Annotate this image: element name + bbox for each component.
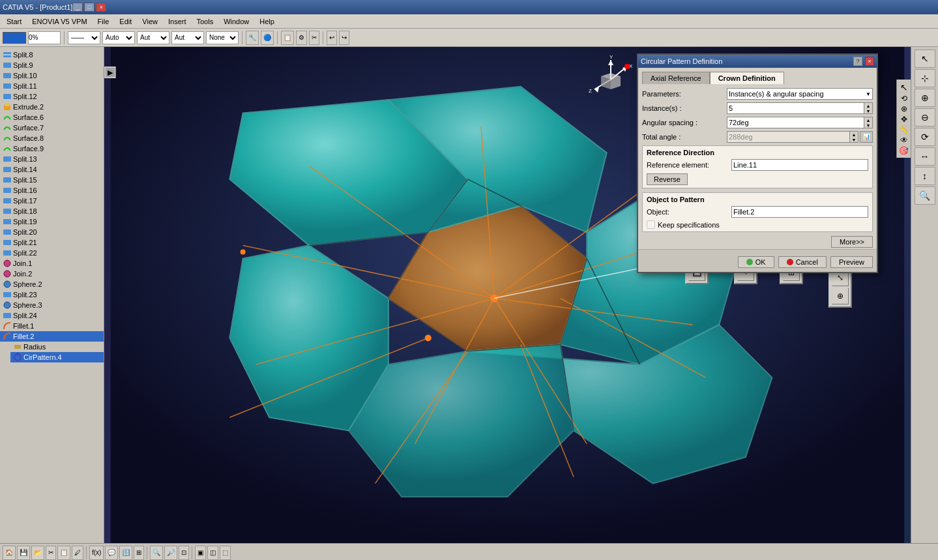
bottom-fit[interactable]: ⊡ bbox=[179, 546, 189, 560]
menu-start[interactable]: Start bbox=[1, 16, 27, 27]
tree-item-fillet1[interactable]: Fillet.1 bbox=[0, 321, 104, 331]
rtool-8[interactable]: 🔍 bbox=[915, 186, 935, 205]
tree-item-split15[interactable]: Split.15 bbox=[0, 175, 104, 185]
tree-item-split12[interactable]: Split.12 bbox=[0, 91, 104, 102]
cursor-tool[interactable]: ↖ bbox=[900, 82, 908, 93]
tab-axial-reference[interactable]: Axial Reference bbox=[642, 72, 710, 84]
3d-viewport[interactable]: X Y Z Bi... × 🔷 🔶 ⬜ 🔲 bbox=[104, 47, 911, 543]
keep-specs-checkbox[interactable] bbox=[647, 220, 655, 229]
toolbar-icon-undo[interactable]: ↩ bbox=[327, 31, 337, 45]
instances-spin-up[interactable]: ▲ bbox=[864, 103, 872, 108]
toolbar-icon-2[interactable]: 🔵 bbox=[261, 31, 274, 45]
auto-select-2[interactable]: Aut bbox=[137, 31, 169, 44]
close-button[interactable]: × bbox=[96, 3, 106, 12]
angular-spacing-spin-down[interactable]: ▼ bbox=[864, 123, 872, 128]
rtool-4[interactable]: ⊖ bbox=[915, 108, 935, 126]
minimize-button[interactable]: _ bbox=[72, 3, 83, 12]
toolbar-icon-5[interactable]: ✂ bbox=[309, 31, 319, 45]
bottom-tool-1[interactable]: 🏠 bbox=[3, 546, 16, 560]
bottom-zoom-in[interactable]: 🔍 bbox=[150, 546, 163, 560]
bottom-tool-2[interactable]: 💾 bbox=[17, 546, 30, 560]
auto-select-1[interactable]: Auto bbox=[102, 31, 135, 44]
tree-item-split18[interactable]: Split.18 bbox=[0, 206, 104, 216]
ref-element-input[interactable] bbox=[731, 159, 868, 171]
angular-spacing-spin-up[interactable]: ▲ bbox=[864, 117, 872, 123]
bottom-tool-5[interactable]: 📋 bbox=[57, 546, 70, 560]
view-tool[interactable]: 👁 bbox=[900, 136, 908, 145]
dialog-help-button[interactable]: ? bbox=[853, 57, 862, 66]
menu-enovia[interactable]: ENOVIA V5 VPM bbox=[27, 16, 92, 27]
bottom-tool-fx[interactable]: f(x) bbox=[89, 546, 104, 560]
angular-spacing-input[interactable] bbox=[727, 117, 864, 128]
tree-item-split11[interactable]: Split.11 bbox=[0, 81, 104, 91]
none-select[interactable]: None bbox=[206, 31, 239, 44]
bottom-tool-6[interactable]: 🖊 bbox=[72, 546, 83, 560]
tree-item-split20[interactable]: Split.20 bbox=[0, 227, 104, 237]
menu-tools[interactable]: Tools bbox=[191, 16, 218, 27]
menu-edit[interactable]: Edit bbox=[114, 16, 137, 27]
bottom-tool-8[interactable]: 🔢 bbox=[119, 546, 132, 560]
cancel-button[interactable]: Cancel bbox=[778, 256, 827, 268]
object-input[interactable] bbox=[731, 206, 868, 218]
rtool-1[interactable]: ↖ bbox=[915, 50, 935, 68]
total-angle-spin-up[interactable]: ▲ bbox=[850, 132, 858, 137]
toolbar-icon-redo[interactable]: ↪ bbox=[339, 31, 349, 45]
rtool-6[interactable]: ↔ bbox=[915, 147, 935, 166]
total-angle-spin-down[interactable]: ▼ bbox=[850, 137, 858, 142]
tree-item-split10[interactable]: Split.10 bbox=[0, 70, 104, 81]
linestyle-select[interactable]: —— bbox=[68, 31, 100, 44]
dialog-close-button[interactable]: × bbox=[865, 57, 874, 66]
s-tool-6[interactable]: ⊕ bbox=[832, 287, 849, 304]
tree-item-surface7[interactable]: Surface.7 bbox=[0, 123, 104, 133]
menu-window[interactable]: Window bbox=[218, 16, 254, 27]
reverse-button[interactable]: Reverse bbox=[647, 173, 688, 185]
rtool-2[interactable]: ⊹ bbox=[915, 69, 935, 87]
color-picker[interactable] bbox=[3, 32, 26, 44]
bottom-tool-7[interactable]: 💬 bbox=[105, 546, 118, 560]
snap-tool[interactable]: 🎯 bbox=[899, 146, 909, 155]
tree-item-cirpattern4[interactable]: CirPattern.4 bbox=[10, 352, 104, 362]
tree-item-extrude2[interactable]: Extrude.2 bbox=[0, 102, 104, 112]
tree-item-split9[interactable]: Split.9 bbox=[0, 60, 104, 70]
bottom-tool-9[interactable]: ⊞ bbox=[134, 546, 144, 560]
tree-item-split14[interactable]: Split.14 bbox=[0, 164, 104, 175]
tree-item-split24[interactable]: Split.24 bbox=[0, 310, 104, 321]
tree-item-fillet2[interactable]: Fillet.2 bbox=[0, 331, 104, 342]
tree-item-split19[interactable]: Split.19 bbox=[0, 216, 104, 227]
rtool-3[interactable]: ⊕ bbox=[915, 89, 935, 107]
tree-item-split21[interactable]: Split.21 bbox=[0, 237, 104, 248]
tree-item-surface6[interactable]: Surface.6 bbox=[0, 112, 104, 123]
rtool-5[interactable]: ⟳ bbox=[915, 128, 935, 146]
preview-button[interactable]: Preview bbox=[830, 256, 873, 268]
instances-input[interactable] bbox=[727, 102, 864, 114]
bottom-view-2[interactable]: ◫ bbox=[207, 546, 218, 560]
toolbar-icon-1[interactable]: 🔧 bbox=[246, 31, 259, 45]
zoom-tool[interactable]: ⊕ bbox=[901, 104, 907, 113]
menu-help[interactable]: Help bbox=[254, 16, 280, 27]
tree-item-split23[interactable]: Split.23 bbox=[0, 289, 104, 300]
tree-item-surface9[interactable]: Surface.9 bbox=[0, 143, 104, 154]
restore-button[interactable]: □ bbox=[84, 3, 95, 12]
menu-insert[interactable]: Insert bbox=[163, 16, 192, 27]
percent-input[interactable] bbox=[28, 31, 61, 44]
more-button[interactable]: More>> bbox=[831, 236, 873, 248]
tree-item-surface8[interactable]: Surface.8 bbox=[0, 133, 104, 143]
bottom-zoom-out[interactable]: 🔎 bbox=[164, 546, 177, 560]
tree-item-radius[interactable]: Radius bbox=[10, 342, 104, 352]
tree-item-split17[interactable]: Split.17 bbox=[0, 196, 104, 206]
auto-select-3[interactable]: Aut bbox=[171, 31, 204, 44]
tree-item-join2[interactable]: Join.2 bbox=[0, 269, 104, 279]
tab-crown-definition[interactable]: Crown Definition bbox=[710, 72, 784, 84]
measure-tool[interactable]: 📏 bbox=[899, 125, 909, 134]
rtool-7[interactable]: ↕ bbox=[915, 167, 935, 185]
toolbar-icon-4[interactable]: ⚙ bbox=[296, 31, 307, 45]
tree-item-sphere2[interactable]: Sphere.2 bbox=[0, 279, 104, 289]
angle-formula-btn[interactable]: 📊 bbox=[860, 131, 873, 143]
instances-spin-down[interactable]: ▼ bbox=[864, 108, 872, 113]
tree-item-split8[interactable]: Split.8 bbox=[0, 50, 104, 60]
edge-tool-1[interactable]: ▶ bbox=[106, 68, 115, 77]
tree-item-join1[interactable]: Join.1 bbox=[0, 258, 104, 269]
bottom-tool-3[interactable]: 📂 bbox=[31, 546, 44, 560]
menu-file[interactable]: File bbox=[93, 16, 115, 27]
tree-item-sphere3[interactable]: Sphere.3 bbox=[0, 300, 104, 310]
